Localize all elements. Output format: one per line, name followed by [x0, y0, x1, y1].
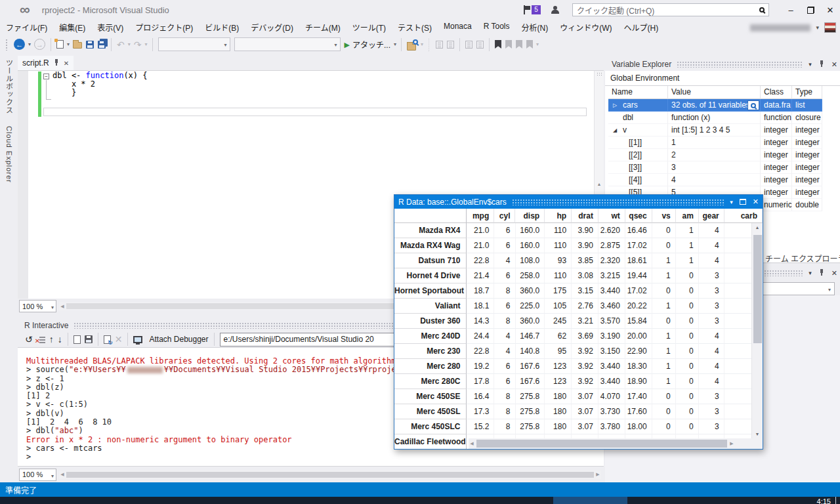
table-row[interactable]: Merc 280C17.86167.61233.923.44018.901044	[394, 374, 763, 389]
sidebar-tab-1[interactable]: Cloud Explorer	[5, 126, 13, 183]
column-header-disp[interactable]: disp	[515, 209, 545, 223]
nav-forward-button[interactable]: →	[32, 37, 47, 52]
open-in-grid-button[interactable]	[747, 100, 759, 110]
environment-selector[interactable]: Global Environment	[605, 71, 840, 86]
avatar[interactable]	[824, 22, 836, 33]
toolbar-grip[interactable]	[5, 39, 8, 51]
r-data-grid[interactable]: mpgcyldisphpdratwtqsecvsamgearcarbMazda …	[394, 209, 763, 449]
maximize-icon[interactable]	[740, 199, 746, 205]
table-row[interactable]: Mazda RX4 Wag21.06160.01103.902.87517.02…	[394, 238, 763, 253]
table-row[interactable]: Hornet 4 Drive21.46258.01103.083.21519.4…	[394, 268, 763, 284]
table-row[interactable]: Valiant18.16225.01052.763.46020.221031	[394, 299, 763, 314]
uncomment-button[interactable]	[445, 37, 456, 52]
next-bookmark-button[interactable]	[514, 37, 524, 52]
user-dropdown-icon[interactable]: ▾	[816, 24, 819, 31]
column-header-gear[interactable]: gear	[699, 209, 724, 223]
variable-row-3[interactable]: [[3]]3integerinteger	[608, 161, 826, 174]
column-header-mpg[interactable]: mpg	[467, 209, 495, 223]
table-row[interactable]: Merc 28019.26167.61233.923.44018.301044	[394, 359, 763, 374]
menu-item-9[interactable]: Monaca	[438, 20, 478, 35]
notifications-flag-icon[interactable]	[523, 5, 530, 14]
close-button[interactable]: ✕	[820, 1, 840, 18]
attach-debugger-button[interactable]: Attach Debugger	[131, 331, 210, 347]
attach-dropdown-icon[interactable]: ▾	[392, 41, 398, 47]
scrollbar-thumb[interactable]	[753, 235, 762, 343]
toggle-bookmark-button[interactable]	[493, 37, 503, 52]
table-row[interactable]: Mazda RX421.06160.01103.902.62016.460144	[394, 223, 763, 238]
clear-button[interactable]	[35, 331, 47, 347]
new-file-dropdown-icon[interactable]: ▾	[66, 41, 71, 47]
interrupt-r-button[interactable]: ✕	[113, 331, 125, 347]
column-header-carb[interactable]: carb	[724, 209, 763, 223]
table-row[interactable]: Merc 450SL17.38275.81803.073.73017.60003…	[394, 404, 763, 419]
column-header-value[interactable]: Value	[668, 86, 761, 99]
find-dropdown-icon[interactable]: ▾	[419, 41, 425, 47]
table-row[interactable]: Merc 23022.84140.8953.923.15022.901042	[394, 344, 763, 359]
column-header-wt[interactable]: wt	[598, 209, 625, 223]
table-row[interactable]: Datsun 71022.84108.0933.852.32018.611141	[394, 253, 763, 268]
new-session-button[interactable]	[102, 331, 113, 347]
show-desktop-divider[interactable]	[835, 497, 836, 504]
history-previous-button[interactable]: ↑	[47, 331, 56, 347]
feedback-person-icon[interactable]	[551, 6, 560, 14]
breakpoint-margin[interactable]	[18, 71, 28, 299]
collapse-icon[interactable]: ◢	[613, 124, 617, 136]
grid-horizontal-scrollbar[interactable]: ◀ ▶	[469, 438, 753, 449]
scroll-right-icon[interactable]: ▶	[595, 472, 601, 477]
load-history-button[interactable]	[72, 331, 83, 347]
menu-item-5[interactable]: デバッグ(D)	[245, 20, 299, 35]
scrollbar-thumb[interactable]	[66, 472, 594, 478]
nav-back-dropdown-icon[interactable]: ▾	[27, 41, 32, 47]
column-header-type[interactable]: Type	[792, 86, 822, 99]
pin-icon[interactable]	[818, 60, 825, 68]
table-row[interactable]: Merc 450SE16.48275.81803.074.07017.40003…	[394, 389, 763, 404]
taskbar-active-app[interactable]	[553, 497, 627, 504]
variable-explorer-header[interactable]: Variable Explorer ▾ ✕	[605, 58, 840, 71]
menu-item-11[interactable]: 分析(N)	[515, 20, 554, 35]
find-in-files-button[interactable]	[405, 37, 419, 52]
code-text[interactable]: dbl <- function(x) { x * 2 }	[52, 72, 148, 97]
menu-item-7[interactable]: ツール(T)	[346, 20, 392, 35]
table-row[interactable]: Merc 240D24.44146.7623.693.19020.001042	[394, 329, 763, 344]
column-header-am[interactable]: am	[676, 209, 699, 223]
solution-configurations-combo-button[interactable]: ▾	[158, 37, 230, 51]
indent-decrease-button[interactable]	[463, 37, 474, 52]
scroll-right-icon[interactable]: ▶	[728, 441, 735, 446]
variable-row-1[interactable]: [[1]]1integerinteger	[608, 136, 826, 149]
minimize-button[interactable]: –	[781, 1, 801, 18]
table-row[interactable]: Hornet Sportabout18.78360.01753.153.4401…	[394, 284, 763, 299]
windows-taskbar[interactable]: 4:15	[0, 497, 840, 504]
redo-button[interactable]: ↷	[132, 37, 144, 52]
menu-item-8[interactable]: テスト(S)	[392, 20, 438, 35]
column-header-class[interactable]: Class	[761, 86, 792, 99]
drag-handle[interactable]	[677, 61, 803, 68]
restore-button[interactable]	[801, 1, 820, 18]
sidebar-tab-0[interactable]: ツールボックス	[4, 59, 14, 114]
menu-item-1[interactable]: 編集(E)	[53, 20, 91, 35]
scroll-left-icon[interactable]: ◀	[59, 304, 66, 309]
comment-button[interactable]	[434, 37, 445, 52]
variable-row-cars[interactable]: ▷cars32 obs. of 11 variablesdata.fralist	[608, 99, 826, 112]
menu-item-0[interactable]: ファイル(F)	[0, 20, 53, 35]
tab-team-explorer[interactable]: チーム エクスプローラー	[765, 253, 840, 264]
menu-item-2[interactable]: 表示(V)	[91, 20, 129, 35]
prev-bookmark-button[interactable]	[503, 37, 514, 52]
pin-icon[interactable]	[818, 269, 825, 277]
column-header-drat[interactable]: drat	[572, 209, 598, 223]
signed-in-user-name[interactable]	[750, 24, 810, 32]
tab-close-icon[interactable]: ✕	[64, 60, 69, 67]
scroll-left-icon[interactable]: ◀	[469, 441, 475, 446]
notification-count-badge[interactable]: 5	[532, 5, 541, 14]
history-next-button[interactable]: ↓	[56, 331, 64, 347]
menu-item-12[interactable]: ウィンドウ(W)	[554, 20, 618, 35]
column-header-name[interactable]: Name	[608, 86, 668, 99]
variable-row-dbl[interactable]: dblfunction (x)functionclosure	[608, 112, 826, 124]
close-icon[interactable]: ✕	[831, 269, 837, 278]
variable-row-4[interactable]: [[4]]4integerinteger	[608, 174, 826, 186]
editor-zoom-select[interactable]: 100 % ▾	[19, 300, 56, 312]
toolbar-options-icon[interactable]: ▾	[535, 41, 540, 47]
menu-item-10[interactable]: R Tools	[478, 20, 516, 35]
open-file-button[interactable]	[71, 37, 84, 52]
window-position-icon[interactable]: ▾	[730, 199, 733, 205]
menu-item-4[interactable]: ビルド(B)	[199, 20, 245, 35]
